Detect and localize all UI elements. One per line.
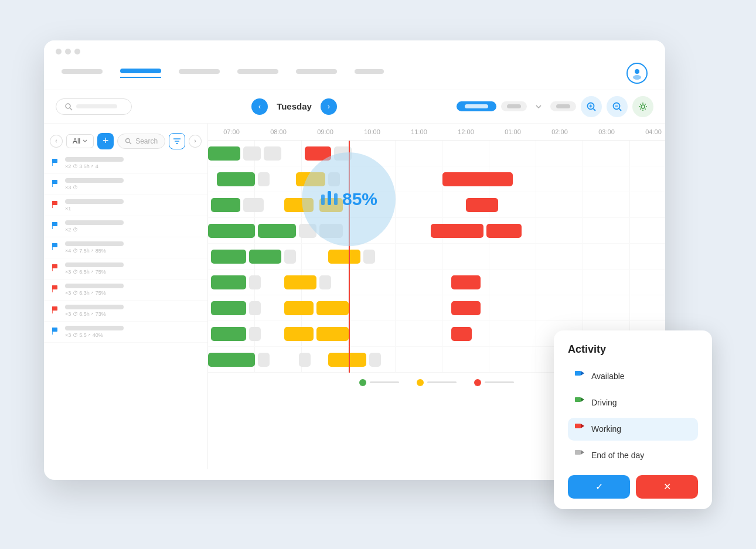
bar-row1-0[interactable] — [217, 172, 255, 186]
zoom-in-button[interactable] — [581, 96, 602, 117]
bar-row6-2[interactable] — [284, 301, 314, 315]
confirm-button[interactable]: ✓ — [568, 475, 630, 499]
svg-marker-43 — [581, 424, 584, 428]
bar-row8-0[interactable] — [208, 353, 255, 367]
driver-row-6[interactable]: ×3 ⏱ 6.3h ↗ 75% — [44, 279, 207, 301]
bar-row4-4[interactable] — [363, 250, 375, 264]
day-label: Tuesday — [274, 101, 315, 111]
driver-row-0[interactable]: ×2 ⏱ 3.5h ↗ 4 — [44, 153, 207, 174]
driver-flag-icon-2 — [52, 200, 60, 210]
dropdown-arrow[interactable] — [532, 100, 546, 114]
bar-row8-4[interactable] — [369, 353, 381, 367]
sidebar-more-button[interactable]: › — [189, 135, 202, 148]
bar-row3-1[interactable] — [258, 224, 296, 238]
settings-button[interactable] — [632, 96, 653, 117]
time-col-11:00: 11:00 — [396, 128, 442, 135]
bar-row2-4[interactable] — [466, 198, 498, 212]
bar-row5-4[interactable] — [451, 275, 481, 289]
svg-point-1 — [633, 75, 641, 80]
driver-flag-icon-7 — [52, 305, 60, 316]
bar-row8-2[interactable] — [299, 353, 311, 367]
nav-item-schedule[interactable] — [120, 69, 161, 78]
nav-item-drivers[interactable] — [179, 69, 220, 77]
popup-item-driving[interactable]: Driving — [568, 391, 698, 414]
bar-row7-4[interactable] — [451, 327, 472, 341]
driver-stats-5: ×3 ⏱ 6.5h ↗ 75% — [65, 269, 199, 275]
nav-item-dashboard[interactable] — [62, 69, 103, 77]
bar-row4-3[interactable] — [328, 250, 360, 264]
bar-row7-1[interactable] — [249, 327, 261, 341]
nav-item-settings[interactable] — [355, 69, 384, 77]
bar-row5-1[interactable] — [249, 275, 261, 289]
popup-item-available[interactable]: Available — [568, 365, 698, 388]
bar-row7-0[interactable] — [211, 327, 246, 341]
sidebar-filter-button[interactable] — [169, 133, 185, 149]
bar-row7-2[interactable] — [284, 327, 314, 341]
confirm-icon: ✓ — [595, 481, 603, 492]
today-button[interactable] — [457, 101, 496, 111]
sidebar-search-input[interactable]: Search — [117, 134, 165, 149]
zoom-out-button[interactable] — [607, 96, 628, 117]
bar-row6-1[interactable] — [249, 301, 261, 315]
bar-row0-1[interactable] — [243, 146, 261, 161]
bar-row3-0[interactable] — [208, 224, 255, 238]
bar-row6-4[interactable] — [451, 301, 481, 315]
sidebar-filter-select[interactable]: All — [66, 134, 94, 148]
bar-row6-3[interactable] — [316, 301, 349, 315]
popup-item-end-of-day[interactable]: End of the day — [568, 444, 698, 467]
svg-rect-35 — [321, 195, 325, 205]
driver-row-4[interactable]: ×4 ⏱ 7.5h ↗ 85% — [44, 237, 207, 258]
bar-row1-4[interactable] — [442, 172, 513, 186]
driver-stats-0: ×2 ⏱ 3.5h ↗ 4 — [65, 163, 199, 169]
window-dots — [56, 49, 80, 54]
time-col-10:00: 10:00 — [349, 128, 396, 135]
sidebar-add-button[interactable]: + — [97, 133, 114, 149]
bar-row2-1[interactable] — [243, 198, 264, 212]
time-col-12:00: 12:00 — [442, 128, 489, 135]
cancel-button[interactable]: ✕ — [636, 475, 698, 499]
bar-row8-1[interactable] — [258, 353, 270, 367]
nav-item-reports[interactable] — [237, 69, 278, 77]
time-col-01:00: 01:00 — [489, 128, 536, 135]
driver-stats-7: ×3 ⏱ 6.5h ↗ 73% — [65, 311, 199, 317]
driver-row-7[interactable]: ×3 ⏱ 6.5h ↗ 73% — [44, 301, 207, 322]
bar-row0-2[interactable] — [264, 146, 281, 161]
filter-input[interactable] — [56, 98, 132, 115]
bar-row8-3[interactable] — [328, 353, 366, 367]
driver-row-3[interactable]: ×2 ⏱ — [44, 216, 207, 237]
bar-row5-3[interactable] — [319, 275, 331, 289]
sidebar-prev-button[interactable]: ‹ — [50, 135, 63, 148]
bar-row1-1[interactable] — [258, 172, 270, 186]
dash-button-1[interactable] — [501, 101, 527, 111]
bar-row4-0[interactable] — [211, 250, 246, 264]
svg-rect-31 — [52, 306, 57, 311]
bar-row4-2[interactable] — [284, 250, 296, 264]
toolbar: ‹ Tuesday › — [44, 90, 665, 124]
dash-button-2[interactable] — [550, 101, 576, 111]
popup-item-working[interactable]: Working — [568, 418, 698, 441]
driver-row-2[interactable]: ×1 — [44, 195, 207, 216]
bar-row4-1[interactable] — [249, 250, 281, 264]
svg-point-11 — [641, 105, 645, 108]
next-day-button[interactable]: › — [321, 98, 337, 115]
nav-item-analytics[interactable] — [296, 69, 337, 77]
bar-row5-2[interactable] — [284, 275, 316, 289]
driver-row-8[interactable]: ×3 ⏱ 5.5 ↗ 40% — [44, 322, 207, 343]
user-avatar[interactable] — [626, 63, 648, 84]
driver-name-3 — [65, 220, 124, 225]
bar-row0-0[interactable] — [208, 146, 240, 161]
timeline-row-6 — [208, 295, 665, 321]
time-col-04:00: 04:00 — [630, 128, 665, 135]
bar-row3-5[interactable] — [486, 224, 522, 238]
toolbar-right — [457, 96, 653, 117]
bar-row7-3[interactable] — [316, 327, 349, 341]
prev-day-button[interactable]: ‹ — [251, 98, 268, 115]
bar-row5-0[interactable] — [211, 275, 246, 289]
bar-row3-4[interactable] — [431, 224, 483, 238]
driver-row-1[interactable]: ×3 ⏱ — [44, 174, 207, 195]
bar-row2-0[interactable] — [211, 198, 240, 212]
bar-row6-0[interactable] — [211, 301, 246, 315]
driver-row-5[interactable]: ×3 ⏱ 6.5h ↗ 75% — [44, 258, 207, 279]
time-col-03:00: 03:00 — [583, 128, 630, 135]
sidebar-select-label: All — [73, 137, 80, 145]
